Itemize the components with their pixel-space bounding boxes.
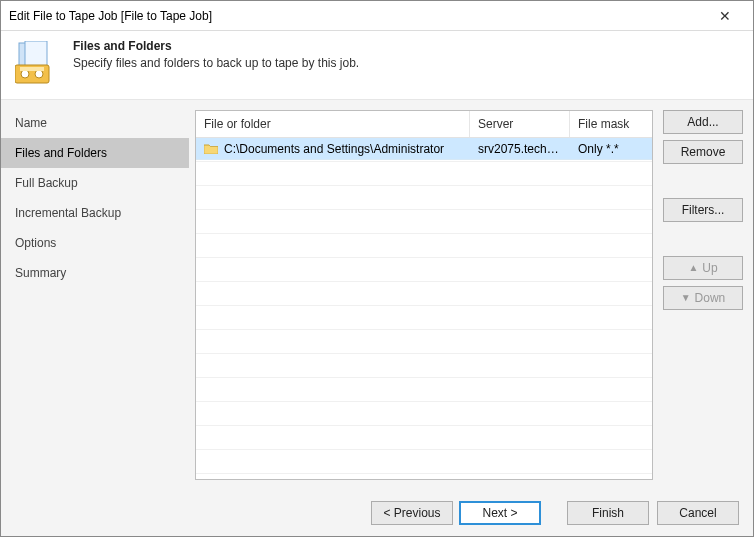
header-text: Files and Folders Specify files and fold… (73, 39, 359, 70)
previous-button[interactable]: < Previous (371, 501, 453, 525)
sidebar-item-summary[interactable]: Summary (1, 258, 189, 288)
finish-button[interactable]: Finish (567, 501, 649, 525)
svg-point-4 (35, 70, 43, 78)
add-button[interactable]: Add... (663, 110, 743, 134)
close-button[interactable]: ✕ (705, 8, 745, 24)
folder-icon (204, 143, 218, 154)
down-button: ▼ Down (663, 286, 743, 310)
cell-mask: Only *.* (570, 142, 652, 156)
up-button: ▲ Up (663, 256, 743, 280)
page-title: Files and Folders (73, 39, 359, 53)
files-table: File or folder Server File mask (195, 110, 653, 480)
table-body[interactable]: C:\Documents and Settings\Administrator … (196, 138, 652, 479)
wizard-sidebar: Name Files and Folders Full Backup Incre… (1, 100, 189, 490)
next-button[interactable]: Next > (459, 501, 541, 525)
window-title: Edit File to Tape Job [File to Tape Job] (9, 9, 705, 23)
col-header-server[interactable]: Server (470, 111, 570, 137)
svg-rect-5 (20, 67, 44, 71)
cancel-button[interactable]: Cancel (657, 501, 739, 525)
tape-icon (15, 41, 59, 85)
close-icon: ✕ (719, 8, 731, 24)
remove-button[interactable]: Remove (663, 140, 743, 164)
table-row[interactable]: C:\Documents and Settings\Administrator … (196, 138, 652, 160)
body: Name Files and Folders Full Backup Incre… (1, 99, 753, 490)
col-header-path[interactable]: File or folder (196, 111, 470, 137)
svg-point-3 (21, 70, 29, 78)
table-header-row: File or folder Server File mask (196, 111, 652, 138)
cell-path: C:\Documents and Settings\Administrator (196, 142, 470, 156)
sidebar-item-incremental-backup[interactable]: Incremental Backup (1, 198, 189, 228)
filters-button[interactable]: Filters... (663, 198, 743, 222)
down-label: Down (695, 291, 726, 305)
arrow-down-icon: ▼ (681, 293, 691, 303)
arrow-up-icon: ▲ (688, 263, 698, 273)
page-subtitle: Specify files and folders to back up to … (73, 56, 359, 70)
cell-server: srv2075.tech.l... (470, 142, 570, 156)
sidebar-item-full-backup[interactable]: Full Backup (1, 168, 189, 198)
sidebar-item-name[interactable]: Name (1, 108, 189, 138)
main-content: File or folder Server File mask (189, 100, 753, 490)
sidebar-item-options[interactable]: Options (1, 228, 189, 258)
titlebar: Edit File to Tape Job [File to Tape Job]… (1, 1, 753, 31)
prev-next-group: < Previous Next > (371, 501, 541, 525)
up-label: Up (702, 261, 717, 275)
sidebar-item-files-and-folders[interactable]: Files and Folders (1, 138, 189, 168)
cell-path-text: C:\Documents and Settings\Administrator (224, 142, 444, 156)
col-header-mask[interactable]: File mask (570, 111, 652, 137)
wizard-footer: < Previous Next > Finish Cancel (1, 490, 753, 536)
side-button-column: Add... Remove Filters... ▲ Up ▼ Down (663, 110, 743, 490)
page-header: Files and Folders Specify files and fold… (1, 31, 753, 99)
dialog-window: Edit File to Tape Job [File to Tape Job]… (0, 0, 754, 537)
